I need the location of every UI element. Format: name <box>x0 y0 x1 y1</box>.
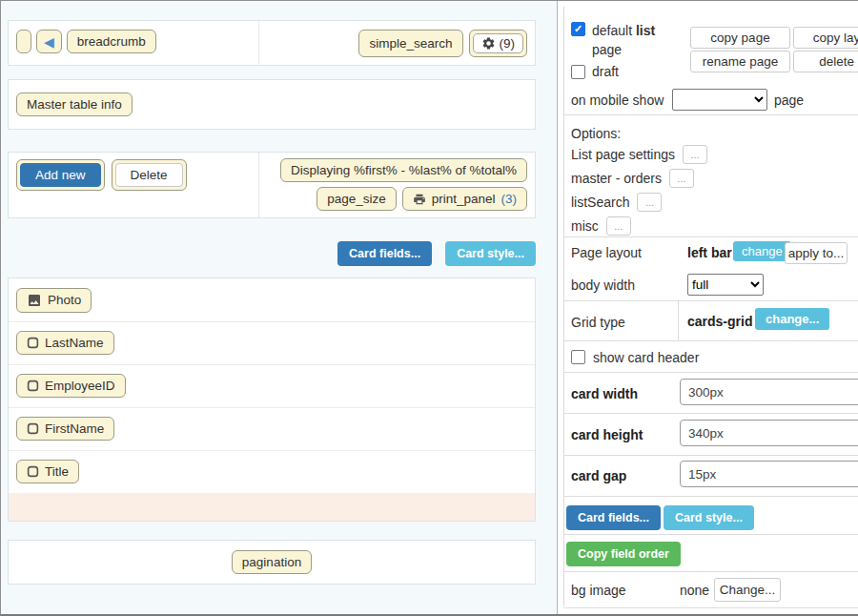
card-gap-input[interactable] <box>680 461 858 487</box>
divider <box>563 571 858 572</box>
delete-page-button[interactable]: delete page <box>793 51 858 72</box>
print-panel-chip[interactable]: print_panel (3) <box>402 187 527 211</box>
field-chip-photo[interactable]: Photo <box>16 288 92 313</box>
option-listsearch: listSearch ... <box>571 192 662 213</box>
card-style-button[interactable]: Card style... <box>445 241 536 266</box>
default-page-checkbox[interactable] <box>571 22 585 36</box>
master-table-info-chip[interactable]: Master table info <box>16 92 133 116</box>
listsearch-more-button[interactable]: ... <box>637 193 662 212</box>
divider <box>563 455 858 456</box>
option-label: listSearch <box>571 195 629 210</box>
mobile-page-suffix: page <box>774 92 804 108</box>
divider <box>563 607 858 608</box>
pagination-section: pagination <box>8 540 536 585</box>
print-panel-count: (3) <box>501 192 518 206</box>
page-layout-change-button[interactable]: change <box>733 241 791 261</box>
breadcrumb[interactable]: breadcrumb <box>67 30 156 53</box>
field-chip-employeeid[interactable]: EmployeeID <box>16 374 126 398</box>
page-size-chip[interactable]: page_size <box>317 187 397 211</box>
copy-field-order-button[interactable]: Copy field order <box>566 542 681 566</box>
cell-divider <box>258 153 259 217</box>
option-misc: misc ... <box>571 216 631 236</box>
divider <box>563 300 858 301</box>
field-icon <box>27 337 39 349</box>
card-height-label: card height <box>571 427 643 442</box>
divider <box>563 114 858 115</box>
card-fields-button-panel[interactable]: Card fields... <box>566 505 661 530</box>
master-orders-more-button[interactable]: ... <box>669 169 694 188</box>
add-new-button[interactable]: Add new <box>16 159 105 191</box>
pagination-label: pagination <box>242 555 301 569</box>
option-master-orders: master - orders ... <box>571 168 694 189</box>
simple-search-chip[interactable]: simple_search <box>358 30 462 57</box>
back-arrow-icon: ◀ <box>44 35 54 49</box>
list-page-settings-more-button[interactable]: ... <box>683 145 707 164</box>
field-row-firstname: FirstName <box>9 407 535 450</box>
gear-icon <box>481 36 496 51</box>
draft-checkbox[interactable] <box>571 65 585 79</box>
option-label: List page settings <box>571 147 675 162</box>
field-icon <box>27 422 39 435</box>
simple-search-label: simple_search <box>369 36 452 51</box>
card-height-input[interactable] <box>680 420 858 446</box>
divider <box>563 496 858 497</box>
column-divider <box>678 300 679 340</box>
grid-type-value: cards-grid <box>687 314 752 329</box>
field-label: Photo <box>48 293 81 307</box>
divider <box>563 340 858 341</box>
master-info-section: Master table info <box>8 79 536 130</box>
breadcrumb-label: breadcrumb <box>77 34 146 49</box>
default-page-label: default list page <box>592 21 676 60</box>
field-chip-title[interactable]: Title <box>16 460 79 483</box>
fields-section: Photo LastName EmployeeID <box>8 277 536 522</box>
card-fields-button[interactable]: Card fields... <box>337 241 432 266</box>
divider <box>563 236 858 237</box>
panel-left-rule <box>563 7 564 606</box>
divider <box>563 413 858 414</box>
body-width-label: body width <box>571 277 635 293</box>
displaying-label: Displaying %first% - %last% of %total% <box>291 163 517 177</box>
settings-count: (9) <box>500 36 516 51</box>
body-width-select[interactable]: full <box>687 274 764 296</box>
pagination-chip[interactable]: pagination <box>232 550 312 574</box>
option-list-page-settings: List page settings ... <box>571 144 707 165</box>
field-row-employeeid: EmployeeID <box>9 364 535 407</box>
misc-more-button[interactable]: ... <box>606 216 631 236</box>
show-card-header-checkbox[interactable] <box>571 350 585 364</box>
card-gap-label: card gap <box>571 468 626 483</box>
divider <box>563 534 858 535</box>
field-label: FirstName <box>45 421 104 436</box>
option-label: misc <box>571 218 599 234</box>
grid-type-change-button[interactable]: change... <box>755 308 829 330</box>
field-label: Title <box>45 464 69 479</box>
field-row-title: Title <box>9 450 535 493</box>
rename-page-button[interactable]: rename page <box>690 51 790 72</box>
page-layout-apply-button[interactable]: apply to... <box>785 242 848 264</box>
mobile-page-select[interactable] <box>672 89 767 111</box>
options-title: Options: <box>571 126 621 141</box>
printer-icon <box>413 193 426 206</box>
copy-layout-button[interactable]: copy layout to <box>793 27 858 49</box>
field-row-photo: Photo <box>9 278 535 321</box>
field-chip-firstname[interactable]: FirstName <box>16 417 114 441</box>
field-chip-lastname[interactable]: LastName <box>16 331 114 355</box>
back-button[interactable]: ◀ <box>36 30 62 53</box>
cell-divider <box>258 21 259 65</box>
designer-canvas: ◀ breadcrumb simple_search (9) <box>1 1 557 614</box>
displaying-chip[interactable]: Displaying %first% - %last% of %total% <box>280 158 527 182</box>
page-layout-label: Page layout <box>571 245 642 260</box>
page-layout-value: left bar <box>687 245 732 260</box>
field-label: EmployeeID <box>45 379 115 393</box>
settings-chip[interactable]: (9) <box>469 30 528 57</box>
bg-image-label: bg image <box>571 583 626 598</box>
delete-button[interactable]: Delete <box>112 159 187 191</box>
bg-image-change-button[interactable]: Change... <box>714 578 781 602</box>
copy-page-button[interactable]: copy page <box>690 27 790 49</box>
option-label: master - orders <box>571 171 662 186</box>
field-row-lastname: LastName <box>9 321 535 364</box>
empty-drop-row <box>9 493 535 521</box>
card-width-input[interactable] <box>680 379 858 405</box>
menu-button[interactable] <box>16 30 31 53</box>
draft-label: draft <box>592 64 619 79</box>
card-style-button-panel[interactable]: Card style... <box>664 505 754 530</box>
